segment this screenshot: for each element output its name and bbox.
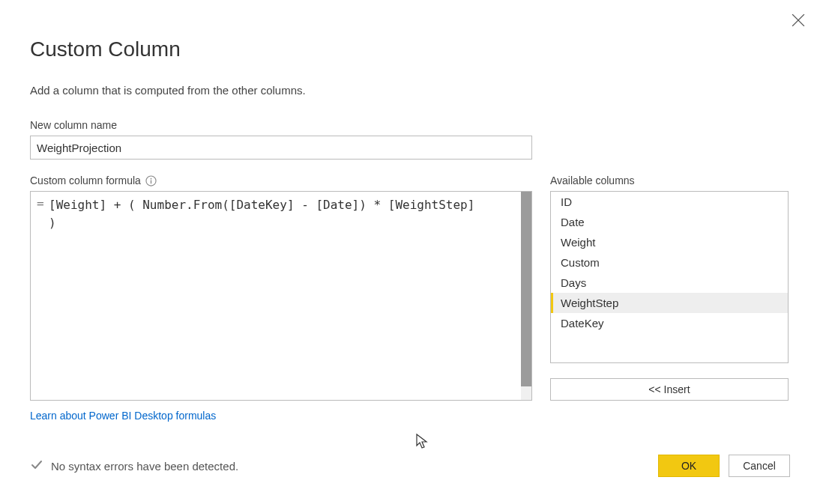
column-name-label: New column name [30,119,790,131]
column-name-input[interactable] [30,136,532,160]
formula-prefix: = [31,192,49,400]
close-icon[interactable] [792,13,805,27]
available-columns-label: Available columns [550,174,789,186]
svg-rect-4 [151,180,151,183]
dialog-title: Custom Column [30,37,790,61]
svg-point-3 [150,177,151,179]
check-icon [30,458,43,474]
available-column-item[interactable]: ID [551,192,788,212]
status-message: No syntax errors have been detected. [30,458,238,474]
scrollbar[interactable] [521,192,531,400]
available-column-item[interactable]: Date [551,212,788,232]
available-column-item[interactable]: Days [551,273,788,293]
dialog-subtitle: Add a column that is computed from the o… [30,84,790,97]
scrollbar-thumb[interactable] [521,192,531,386]
formula-label: Custom column formula [30,174,141,186]
cancel-button[interactable]: Cancel [729,455,790,477]
available-column-item[interactable]: WeightStep [551,293,788,313]
insert-button[interactable]: << Insert [550,378,789,401]
column-name-field: New column name [30,119,790,160]
ok-button[interactable]: OK [658,455,720,477]
learn-link[interactable]: Learn about Power BI Desktop formulas [30,410,216,422]
available-columns-list[interactable]: IDDateWeightCustomDaysWeightStepDateKey [550,191,789,363]
info-icon[interactable] [145,175,157,186]
available-column-item[interactable]: Weight [551,232,788,252]
formula-input[interactable]: [Weight] + ( Number.From([DateKey] - [Da… [49,192,521,400]
available-column-item[interactable]: Custom [551,252,788,273]
available-column-item[interactable]: DateKey [551,313,788,333]
status-text: No syntax errors have been detected. [51,460,238,473]
cursor-icon [415,433,429,449]
